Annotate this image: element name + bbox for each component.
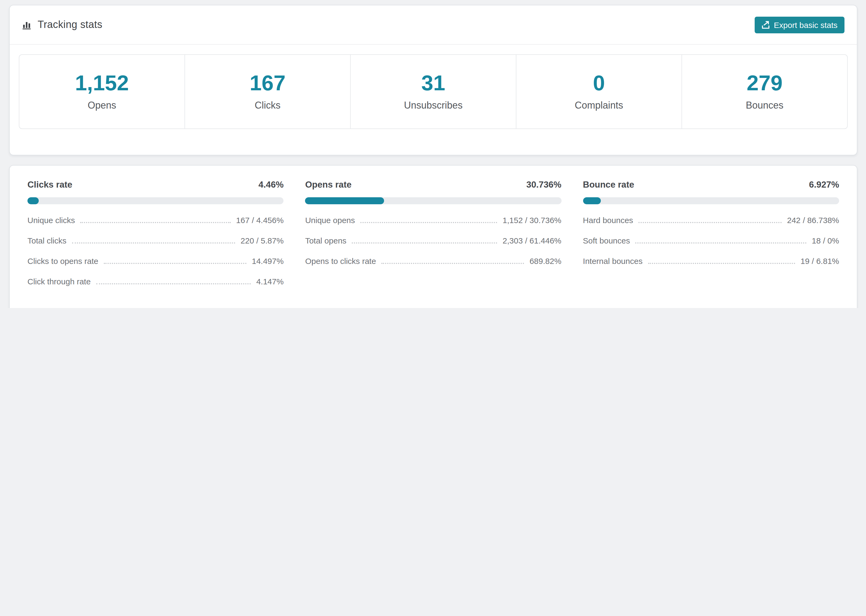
- rate-stat-value: 2,303 / 61.446%: [503, 236, 562, 245]
- stat-value: 0: [593, 72, 605, 94]
- tracking-stats-card: Tracking stats Export basic stats 1,152O…: [9, 5, 857, 156]
- rate-block-bounce-rate: Bounce rate6.927%Hard bounces242 / 86.73…: [583, 179, 839, 266]
- rate-title: Clicks rate: [27, 179, 72, 190]
- stat-label: Unsubscribes: [404, 100, 463, 111]
- stat-cell-bounces: 279Bounces: [682, 55, 847, 129]
- rate-stat-value: 1,152 / 30.736%: [503, 215, 562, 225]
- dotted-leader: [638, 222, 781, 223]
- stat-summary-strip: 1,152Opens167Clicks31Unsubscribes0Compla…: [19, 54, 848, 129]
- rate-head: Opens rate30.736%: [305, 179, 562, 190]
- dotted-leader: [361, 222, 497, 223]
- rate-stat-row: Soft bounces18 / 0%: [583, 236, 839, 245]
- dotted-leader: [96, 283, 251, 284]
- rate-progress-bar: [27, 197, 284, 204]
- rate-stat-value: 689.82%: [529, 256, 561, 266]
- dotted-leader: [635, 242, 806, 244]
- rate-head: Bounce rate6.927%: [583, 179, 839, 190]
- rate-progress-fill: [305, 197, 384, 204]
- rate-progress-bar: [305, 197, 562, 204]
- rate-stat-label: Total opens: [305, 236, 346, 245]
- rate-stat-row: Unique opens1,152 / 30.736%: [305, 215, 562, 225]
- rate-stat-value: 242 / 86.738%: [787, 215, 839, 225]
- rate-stat-label: Clicks to opens rate: [27, 256, 98, 266]
- rate-head: Clicks rate4.46%: [27, 179, 284, 190]
- stat-label: Opens: [88, 100, 116, 111]
- tracking-stats-header: Tracking stats Export basic stats: [10, 5, 857, 45]
- rates-card: Clicks rate4.46%Unique clicks167 / 4.456…: [9, 165, 857, 308]
- export-basic-stats-button[interactable]: Export basic stats: [754, 16, 844, 33]
- dotted-leader: [648, 263, 795, 264]
- stat-cell-clicks: 167Clicks: [185, 55, 351, 129]
- dotted-leader: [352, 242, 497, 244]
- rate-title: Bounce rate: [583, 179, 634, 190]
- rate-rows: Hard bounces242 / 86.738%Soft bounces18 …: [583, 215, 839, 266]
- rate-stat-label: Unique opens: [305, 215, 355, 225]
- stat-cell-unsubscribes: 31Unsubscribes: [351, 55, 516, 129]
- stat-cell-opens: 1,152Opens: [19, 55, 185, 129]
- rate-stat-value: 4.147%: [256, 277, 284, 286]
- stat-label: Clicks: [255, 100, 280, 111]
- rate-stat-label: Total clicks: [27, 236, 66, 245]
- page-title: Tracking stats: [38, 19, 102, 31]
- rate-stat-label: Soft bounces: [583, 236, 630, 245]
- rate-stat-value: 14.497%: [252, 256, 283, 266]
- rate-stat-value: 18 / 0%: [812, 236, 839, 245]
- rate-stat-label: Unique clicks: [27, 215, 75, 225]
- rate-stat-label: Opens to clicks rate: [305, 256, 376, 266]
- stat-value: 167: [250, 72, 286, 94]
- rate-stat-label: Internal bounces: [583, 256, 642, 266]
- rate-value: 6.927%: [809, 179, 839, 190]
- rate-progress-bar: [583, 197, 839, 204]
- rates-grid: Clicks rate4.46%Unique clicks167 / 4.456…: [27, 179, 839, 308]
- rate-stat-row: Click through rate4.147%: [27, 277, 284, 286]
- rate-value: 30.736%: [526, 179, 561, 190]
- rate-stat-value: 19 / 6.81%: [801, 256, 839, 266]
- rate-stat-row: Hard bounces242 / 86.738%: [583, 215, 839, 225]
- stat-label: Bounces: [746, 100, 783, 111]
- rate-stat-label: Click through rate: [27, 277, 91, 286]
- rate-stat-row: Total opens2,303 / 61.446%: [305, 236, 562, 245]
- tracking-stats-page: Tracking stats Export basic stats 1,152O…: [0, 0, 866, 308]
- rate-stat-row: Internal bounces19 / 6.81%: [583, 256, 839, 266]
- dotted-leader: [381, 263, 524, 264]
- rate-progress-fill: [583, 197, 601, 204]
- dotted-leader: [80, 222, 231, 223]
- rate-block-clicks-rate: Clicks rate4.46%Unique clicks167 / 4.456…: [27, 179, 284, 286]
- export-icon: [761, 21, 770, 29]
- stat-label: Complaints: [575, 100, 623, 111]
- dotted-leader: [104, 263, 246, 264]
- rate-stat-row: Total clicks220 / 5.87%: [27, 236, 284, 245]
- rate-progress-fill: [27, 197, 39, 204]
- stat-value: 31: [422, 72, 446, 94]
- rate-block-opens-rate: Opens rate30.736%Unique opens1,152 / 30.…: [305, 179, 562, 266]
- export-button-label: Export basic stats: [774, 20, 838, 29]
- dotted-leader: [72, 242, 235, 244]
- rate-stat-value: 167 / 4.456%: [236, 215, 284, 225]
- rate-rows: Unique clicks167 / 4.456%Total clicks220…: [27, 215, 284, 286]
- rate-rows: Unique opens1,152 / 30.736%Total opens2,…: [305, 215, 562, 266]
- stat-value: 279: [746, 72, 783, 94]
- stat-cell-complaints: 0Complaints: [516, 55, 682, 129]
- bar-chart-icon: [22, 20, 32, 30]
- rate-stat-label: Hard bounces: [583, 215, 633, 225]
- stat-value: 1,152: [75, 72, 129, 94]
- rate-stat-value: 220 / 5.87%: [241, 236, 284, 245]
- rate-title: Opens rate: [305, 179, 351, 190]
- rate-stat-row: Unique clicks167 / 4.456%: [27, 215, 284, 225]
- rate-value: 4.46%: [258, 179, 284, 190]
- rate-stat-row: Opens to clicks rate689.82%: [305, 256, 562, 266]
- rate-stat-row: Clicks to opens rate14.497%: [27, 256, 284, 266]
